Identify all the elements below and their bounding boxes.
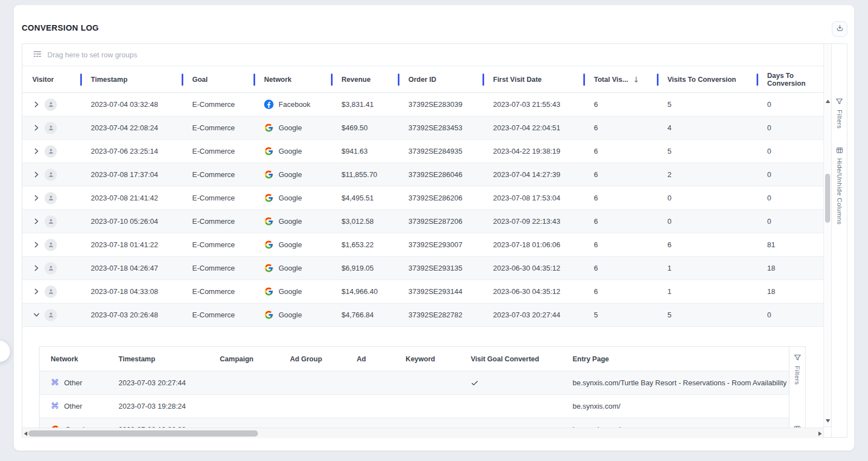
chevron-right-icon[interactable] [32, 148, 40, 154]
total-visits-cell: 6 [584, 93, 657, 116]
detail-column-header-campaign[interactable]: Campaign [209, 347, 279, 371]
vertical-scrollbar-thumb[interactable] [825, 174, 830, 223]
page: CONVERSION LOG Drag here to set row gro [0, 0, 868, 461]
chevron-right-icon[interactable] [32, 242, 40, 248]
days-to-conversion-cell: 0 [757, 116, 823, 139]
order-id-cell: 37392SE284935 [398, 140, 483, 163]
detail-column-header-visit-goal-converted[interactable]: Visit Goal Converted [460, 347, 562, 371]
chevron-right-icon[interactable] [32, 101, 40, 107]
detail-table-row: ⌘Other2023-07-03 20:27:44be.synxis.com/T… [40, 371, 789, 395]
columns-icon [836, 146, 843, 154]
column-header-order-id[interactable]: Order ID [398, 66, 483, 92]
side-tab-label: Hide/Unhide Columns [836, 158, 843, 224]
network-cell: Google [254, 187, 331, 209]
timestamp-cell: 2023-07-18 04:26:47 [81, 257, 182, 279]
detail-goal-converted-cell [460, 395, 562, 418]
detail-table-row: ⌘Other2023-07-03 19:28:24be.synxis.com/ [40, 395, 789, 418]
detail-side-tab-filters[interactable]: Filters [789, 354, 805, 385]
detail-column-header-ad[interactable]: Ad [345, 347, 394, 371]
column-header-total-vis[interactable]: Total Vis...↓ [584, 66, 657, 92]
side-tab-hide-unhide-columns[interactable]: Hide/Unhide Columns [832, 146, 847, 224]
detail-ad-cell [345, 418, 394, 428]
first-visit-date-cell: 2023-06-30 04:35:12 [483, 280, 584, 303]
network-label: Google [279, 264, 302, 272]
detail-column-header-entry-page[interactable]: Entry Page [562, 347, 789, 371]
vertical-scrollbar[interactable] [823, 44, 831, 437]
column-header-first-visit-date[interactable]: First Visit Date [483, 66, 584, 92]
revenue-cell: $4,766.84 [331, 303, 398, 326]
network-label: Google [279, 217, 302, 225]
scroll-up-arrow-icon[interactable] [826, 100, 830, 103]
avatar [45, 99, 57, 111]
column-header-timestamp[interactable]: Timestamp [81, 66, 182, 92]
network-label: Google [279, 170, 302, 179]
days-to-conversion-cell: 0 [757, 187, 823, 209]
avatar [45, 309, 57, 321]
page-title: CONVERSION LOG [22, 23, 99, 32]
side-tab-filters[interactable]: Filters [832, 97, 847, 129]
revenue-cell: $941.63 [331, 140, 398, 163]
detail-column-header-timestamp[interactable]: Timestamp [108, 347, 209, 371]
days-to-conversion-cell: 18 [757, 257, 823, 279]
detail-column-header-ad-group[interactable]: Ad Group [279, 347, 345, 371]
chevron-right-icon[interactable] [32, 218, 40, 224]
conversion-log-grid: Drag here to set row groups VisitorTimes… [22, 43, 847, 438]
column-header-visits-to-conversion[interactable]: Visits To Conversion [657, 66, 757, 92]
order-id-cell: 37392SE286046 [398, 163, 483, 186]
days-to-conversion-cell: 0 [757, 163, 823, 186]
chevron-right-icon[interactable] [32, 288, 40, 295]
column-header-revenue[interactable]: Revenue [331, 66, 398, 92]
scroll-down-arrow-icon[interactable] [826, 419, 830, 423]
column-header-visitor[interactable]: Visitor [22, 66, 81, 92]
horizontal-scrollbar[interactable] [22, 428, 823, 438]
first-visit-date-cell: 2023-07-04 22:04:51 [483, 116, 584, 139]
order-id-cell: 37392SE287206 [398, 210, 483, 233]
column-header-label: Total Vis... [594, 76, 628, 84]
table-row: 2023-07-04 03:32:48E-CommerceFacebook$3,… [22, 93, 823, 116]
order-id-cell: 37392SE293144 [398, 280, 483, 303]
days-to-conversion-cell: 0 [757, 210, 823, 233]
sort-desc-icon[interactable]: ↓ [633, 75, 640, 84]
download-button[interactable] [832, 21, 847, 37]
detail-timestamp-cell: 2023-07-03 19:06:08 [108, 418, 209, 428]
detail-goal-converted-cell [460, 371, 562, 394]
filter-icon [835, 97, 843, 106]
left-edge-notch[interactable] [0, 341, 10, 362]
avatar [45, 262, 57, 274]
chevron-right-icon[interactable] [32, 125, 40, 131]
total-visits-cell: 6 [584, 116, 657, 139]
table-row: 2023-07-08 21:41:42E-CommerceGoogle$4,49… [22, 187, 823, 210]
table-row: 2023-07-06 23:25:14E-CommerceGoogle$941.… [22, 140, 823, 163]
column-header-label: Timestamp [91, 76, 128, 84]
visitor-cell [22, 93, 81, 116]
revenue-cell: $11,855.70 [331, 163, 398, 186]
detail-column-header-keyword[interactable]: Keyword [394, 347, 460, 371]
check-icon [471, 379, 479, 387]
detail-column-header-label: Timestamp [119, 355, 155, 363]
chevron-right-icon[interactable] [32, 265, 40, 271]
avatar [45, 145, 57, 158]
column-header-goal[interactable]: Goal [182, 66, 254, 92]
column-header-label: Visits To Conversion [667, 76, 736, 84]
timestamp-cell: 2023-07-18 04:33:08 [81, 280, 182, 303]
table-row: 2023-07-03 20:26:48E-CommerceGoogle$4,76… [22, 303, 823, 327]
chevron-right-icon[interactable] [32, 195, 40, 201]
table-row: 2023-07-18 04:33:08E-CommerceGoogle$14,9… [22, 280, 823, 303]
chevron-right-icon[interactable] [32, 171, 40, 178]
days-to-conversion-cell: 0 [757, 140, 823, 163]
visitor-cell [22, 140, 81, 163]
revenue-cell: $4,495.51 [331, 187, 398, 209]
horizontal-scrollbar-thumb[interactable] [28, 430, 258, 437]
total-visits-cell: 6 [584, 233, 657, 256]
revenue-cell: $469.50 [331, 116, 398, 139]
detail-column-header-network[interactable]: Network [40, 347, 108, 371]
detail-table-row: Google2023-07-03 19:06:08be.synxis.com/ [40, 418, 789, 428]
scroll-right-arrow-icon[interactable] [818, 431, 822, 436]
scroll-left-arrow-icon[interactable] [24, 431, 27, 436]
chevron-down-icon[interactable] [32, 312, 40, 318]
column-header-network[interactable]: Network [254, 66, 331, 92]
column-header-days-to-conversion[interactable]: Days To Conversion [757, 66, 823, 92]
detail-goal-converted-cell [460, 418, 562, 428]
timestamp-cell: 2023-07-04 03:32:48 [81, 93, 182, 116]
row-group-dropzone[interactable]: Drag here to set row groups [22, 44, 823, 66]
